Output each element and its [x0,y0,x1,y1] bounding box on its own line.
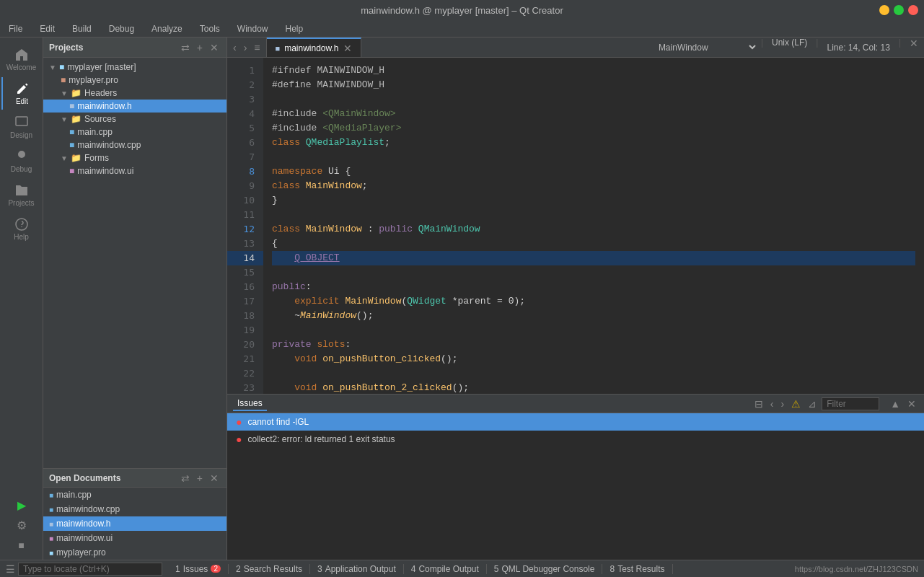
close-panel-icon[interactable]: ✕ [208,41,221,54]
tab-label-mainwindow-h: mainwindow.h [284,43,338,53]
doc-label-mainwindow-ui: mainwindow.ui [56,533,113,543]
code-content[interactable]: #ifndef MAINWINDOW_H #define MAINWINDOW_… [263,58,924,394]
issues-collapse-all[interactable]: ⊟ [752,397,765,410]
statusbar-tab-issues[interactable]: 1 Issues 2 [168,564,229,574]
menu-bar: File Edit Build Debug Analyze Tools Wind… [0,20,924,38]
close-docs-icon[interactable]: ✕ [208,472,221,485]
tab-nav-recent[interactable]: ≡ [251,40,263,55]
tree-label-main-cpp: main.cpp [77,127,113,137]
run-button[interactable]: ▶ [13,496,30,514]
line-num-11: 11 [227,208,263,222]
issues-filter-icon[interactable]: ⊿ [806,397,819,410]
sidebar-item-help[interactable]: Help [1,213,42,245]
sidebar-label-debug: Debug [11,165,32,173]
statusbar-tab-qml-num: 5 [494,564,499,574]
tab-nav-forward[interactable]: › [241,40,250,55]
sidebar-item-edit[interactable]: Edit [1,77,42,110]
close-button[interactable] [908,5,918,15]
menu-debug[interactable]: Debug [106,22,137,35]
doc-item-myplayer-pro[interactable]: ■ myplayer.pro [43,545,226,560]
tree-item-mainwindow-h[interactable]: ■ mainwindow.h [43,100,226,113]
issues-close[interactable]: ✕ [905,397,918,410]
line-num-6: 6 [227,136,263,150]
statusbar-tab-qml[interactable]: 5 QML Debugger Console [487,564,603,574]
menu-window[interactable]: Window [234,22,271,35]
menu-edit[interactable]: Edit [37,22,58,35]
issues-prev[interactable]: ‹ [768,397,776,410]
sidebar-item-design[interactable]: Design [1,111,42,144]
sync-icon[interactable]: ⇄ [179,41,192,54]
statusbar-icon-btn[interactable]: ☰ [6,563,15,575]
issues-warning-icon[interactable]: ⚠ [789,397,803,410]
sidebar-item-welcome[interactable]: Welcome [1,43,42,76]
close-all-icon[interactable]: ✕ [904,38,924,57]
line-num-8: 8 [227,164,263,179]
line-num-4: 4 [227,107,263,121]
tree-item-sources[interactable]: ▼ 📁 Sources [43,113,226,125]
tab-nav-back[interactable]: ‹ [230,40,239,55]
menu-help[interactable]: Help [283,22,307,35]
line-num-18: 18 [227,309,263,323]
statusbar-tab-compile-num: 4 [411,564,416,574]
tree-item-forms[interactable]: ▼ 📁 Forms [43,151,226,164]
separator2: | [813,38,821,57]
issue-message-2: collect2: error: ld returned 1 exit stat… [247,434,395,444]
open-documents-panel: Open Documents ⇄ + ✕ ■ main.cpp ■ mainwi… [43,468,226,560]
statusbar-tab-compile[interactable]: 4 Compile Output [404,564,487,574]
line-num-5: 5 [227,121,263,136]
tree-item-myplayer-pro[interactable]: ■ myplayer.pro [43,74,226,87]
separator3: | [896,38,904,57]
issues-filter-input[interactable] [822,397,879,410]
menu-tools[interactable]: Tools [197,22,223,35]
tree-item-myplayer[interactable]: ▼ ■ myplayer [master] [43,61,226,74]
issue-row-1[interactable]: ● cannot find -lGL [227,413,924,431]
tree-label-mainwindow-ui: mainwindow.ui [77,166,133,176]
tree-item-headers[interactable]: ▼ 📁 Headers [43,87,226,100]
code-line-13: { [272,237,915,251]
statusbar-tab-issues-label: Issues [183,564,208,574]
line-num-22: 22 [227,366,263,381]
issues-next[interactable]: › [778,397,786,410]
code-line-20: private slots: [272,338,915,352]
code-line-11 [272,208,915,222]
line-num-20: 20 [227,338,263,352]
projects-title: Projects [49,43,83,53]
doc-item-mainwindow-ui[interactable]: ■ mainwindow.ui [43,531,226,545]
menu-analyze[interactable]: Analyze [149,22,185,35]
doc-item-mainwindow-h[interactable]: ■ mainwindow.h [43,516,226,531]
statusbar-tab-search[interactable]: 2 Search Results [229,564,310,574]
add-panel-icon[interactable]: + [195,41,205,54]
line-num-12: 12 [227,222,263,237]
issues-tab[interactable]: Issues [233,397,267,411]
menu-build[interactable]: Build [69,22,94,35]
doc-item-mainwindow-cpp[interactable]: ■ mainwindow.cpp [43,502,226,516]
statusbar-tab-compile-label: Compile Output [418,564,478,574]
issues-badge: 2 [211,565,221,573]
tab-close-mainwindow-h[interactable]: ✕ [343,43,352,54]
sidebar-item-debug[interactable]: Debug [1,145,42,177]
statusbar-tab-appoutput[interactable]: 3 Application Output [310,564,404,574]
editor-tab-mainwindow-h[interactable]: ■ mainwindow.h ✕ [267,38,361,57]
class-selector[interactable]: MainWindow [650,38,758,57]
menu-file[interactable]: File [6,22,25,35]
maximize-button[interactable] [894,5,904,15]
statusbar-tab-test[interactable]: 8 Test Results [602,564,672,574]
tree-item-main-cpp[interactable]: ■ main.cpp [43,125,226,138]
doc-item-main-cpp[interactable]: ■ main.cpp [43,488,226,502]
issue-row-2[interactable]: ● collect2: error: ld returned 1 exit st… [227,431,924,448]
tree-item-mainwindow-cpp[interactable]: ■ mainwindow.cpp [43,138,226,151]
code-editor[interactable]: 1 2 3 4 5 6 7 8 9 10 11 12 13 14 15 16 1 [227,58,924,394]
minimize-button[interactable] [879,5,889,15]
statusbar-tab-app-label: Application Output [325,564,396,574]
statusbar-search-input[interactable] [18,563,162,576]
sync-docs-icon[interactable]: ⇄ [179,472,192,485]
add-docs-icon[interactable]: + [195,472,205,485]
debug-run-button[interactable]: ⚙ [13,516,30,534]
stop-button[interactable]: ■ [13,537,30,554]
line-num-19: 19 [227,323,263,338]
tree-label-myplayer: myplayer [master] [67,62,136,72]
tree-item-mainwindow-ui[interactable]: ■ mainwindow.ui [43,164,226,177]
issues-maximize[interactable]: ▲ [888,397,902,410]
sidebar-item-projects[interactable]: Projects [1,179,42,211]
title-bar: mainwindow.h @ myplayer [master] – Qt Cr… [0,0,924,20]
